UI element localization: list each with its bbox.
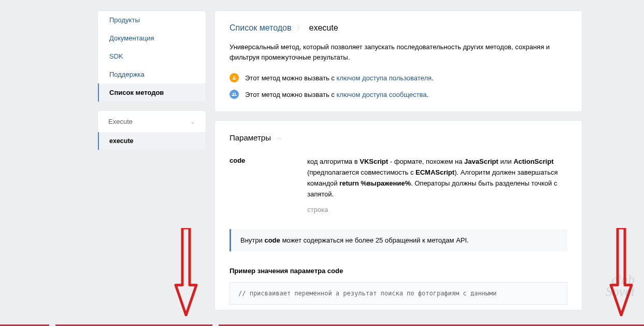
group-icon: [230, 90, 239, 99]
nav-support[interactable]: Поддержка: [98, 65, 206, 83]
breadcrumb-current: execute: [309, 23, 338, 33]
method-description: Универсальный метод, который позволяет з…: [230, 42, 567, 63]
user-icon: [230, 73, 239, 82]
example-title: Пример значения параметра code: [230, 267, 567, 275]
breadcrumb-root[interactable]: Список методов: [230, 23, 291, 33]
nav-sdk[interactable]: SDK: [98, 47, 206, 65]
group-token-link[interactable]: ключом доступа сообщества: [336, 91, 426, 98]
main-content: Список методов 〉 execute Универсальный м…: [214, 10, 582, 319]
arrow-down-icon: [609, 228, 634, 316]
nav-products[interactable]: Продукты: [98, 11, 206, 29]
access-user-row: Этот метод можно вызвать с ключом доступ…: [230, 73, 567, 82]
main-nav: Продукты Документация SDK Поддержка Спис…: [97, 10, 206, 102]
param-row-code: code код алгоритма в VKScript - формате,…: [230, 157, 567, 216]
params-card: Параметры ︿ code код алгоритма в VKScrip…: [214, 120, 582, 310]
method-header-card: Список методов 〉 execute Универсальный м…: [214, 10, 582, 112]
dropdown-label: Execute: [108, 118, 133, 125]
code-example: // присваивает переменной a результат по…: [230, 282, 567, 305]
watermark: clubSovet: [606, 274, 635, 298]
access-group-row: Этот метод можно вызвать с ключом доступ…: [230, 90, 567, 99]
nav-methods-list[interactable]: Список методов: [98, 83, 206, 102]
sub-item-execute[interactable]: execute: [98, 132, 206, 150]
param-name: code: [230, 157, 297, 216]
params-title[interactable]: Параметры ︿: [230, 133, 567, 142]
breadcrumb: Список методов 〉 execute: [230, 23, 567, 33]
nav-docs[interactable]: Документация: [98, 29, 206, 47]
chevron-right-icon: 〉: [296, 23, 304, 33]
param-type: строка: [307, 205, 567, 216]
note-box: Внутри code может содержаться не более 2…: [230, 229, 567, 251]
user-token-link[interactable]: ключом доступа пользователя: [336, 74, 432, 82]
sidebar: Продукты Документация SDK Поддержка Спис…: [97, 10, 206, 319]
chevron-down-icon: ⌄: [190, 118, 195, 125]
method-group-nav: Execute ⌄ execute: [97, 110, 206, 150]
dropdown-execute[interactable]: Execute ⌄: [98, 111, 206, 132]
param-desc: код алгоритма в VKScript - формате, похо…: [307, 157, 567, 216]
chevron-up-icon: ︿: [276, 134, 282, 141]
